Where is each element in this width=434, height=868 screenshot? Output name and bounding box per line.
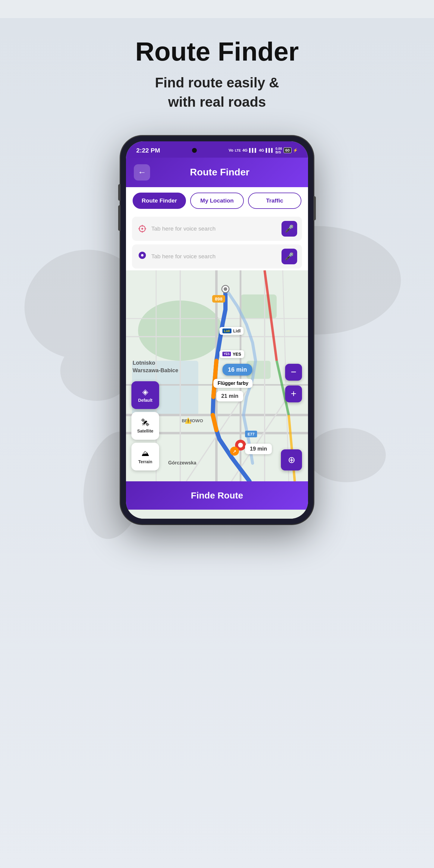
yes-icon: YES [222, 352, 231, 356]
app-header: ← Route Finder [126, 158, 308, 187]
time-badge-16min: 16 min [222, 364, 252, 375]
road-898-badge: 898 [212, 295, 225, 303]
power-button [313, 196, 316, 220]
svg-point-38 [224, 287, 227, 291]
default-map-label: Default [138, 398, 152, 403]
airport-label: LotniskoWarszawa-Babice [133, 359, 178, 374]
svg-text:E77: E77 [247, 432, 254, 436]
location-end-icon [137, 251, 148, 262]
status-icons: Vo LTE 4G ▌▌▌ 4G ▌▌▌ 0.00B/S 60 ⚡ [229, 147, 298, 154]
mic-button-2[interactable]: 🎤 [281, 249, 297, 264]
plus-icon: + [291, 388, 297, 399]
search-row-2[interactable]: Tab here for voice search 🎤 [132, 244, 302, 269]
phone-frame: 2:22 PM Vo LTE 4G ▌▌▌ 4G ▌▌▌ 0.00B/S 60 … [121, 136, 313, 524]
gorczewska-label: Górczewska [168, 460, 196, 466]
yes-label: YES [233, 352, 241, 356]
svg-text:↗: ↗ [233, 449, 236, 454]
time-badge-21min: 21 min [216, 391, 243, 401]
satellite-label: Satellite [137, 429, 153, 433]
lidl-icon: Lidl [222, 329, 231, 333]
mic-button-1[interactable]: 🎤 [281, 221, 297, 237]
yes-store-badge: YES YES [219, 350, 244, 358]
map-type-default[interactable]: ◈ Default [131, 381, 159, 409]
zoom-in-button[interactable]: + [285, 385, 302, 402]
default-map-icon: ◈ [142, 387, 148, 397]
tab-route-finder[interactable]: Route Finder [133, 193, 186, 209]
map-type-satellite[interactable]: 🛰 Satellite [131, 412, 159, 440]
svg-point-6 [307, 428, 386, 482]
volume-up-button [118, 184, 121, 201]
search-area: Tab here for voice search 🎤 [126, 214, 308, 270]
zoom-out-button[interactable]: − [285, 364, 302, 381]
tab-my-location[interactable]: My Location [190, 193, 244, 209]
flugger-store-badge: Flügger farby [213, 379, 253, 388]
camera-dot [192, 148, 197, 153]
warning-icon: ⚠️ [185, 417, 191, 424]
minus-icon: − [291, 367, 297, 378]
search-row-1[interactable]: Tab here for voice search 🎤 [132, 217, 302, 241]
status-time: 2:22 PM [136, 147, 160, 154]
back-arrow-icon: ← [138, 167, 146, 177]
find-route-button[interactable]: Finde Route [126, 481, 308, 510]
location-start-icon [137, 223, 148, 234]
page-subtitle: Find route easily &with real roads [112, 73, 322, 112]
svg-point-9 [141, 228, 143, 230]
map-area: ↗ E77 LotniskoWarszawa-Babice BEMOWO Gór… [126, 270, 308, 481]
tab-navigation: Route Finder My Location Traffic [126, 187, 308, 214]
time-badge-19min: 19 min [245, 444, 272, 454]
search-placeholder-1: Tab here for voice search [151, 225, 278, 232]
tab-traffic[interactable]: Traffic [248, 193, 301, 209]
lidl-store-badge: Lidl Lidl [219, 327, 244, 335]
volume-down-button [118, 205, 121, 231]
my-location-button[interactable]: ⊕ [281, 450, 302, 470]
bottom-map-strip [126, 510, 308, 519]
flugger-label: Flügger farby [218, 381, 248, 386]
search-placeholder-2: Tab here for voice search [151, 253, 278, 260]
microphone-icon-1: 🎤 [285, 224, 294, 233]
page-title: Route Finder [0, 18, 434, 67]
svg-point-15 [141, 254, 144, 256]
terrain-label: Terrain [138, 459, 152, 464]
microphone-icon-2: 🎤 [285, 252, 294, 261]
lidl-label: Lidl [233, 329, 241, 333]
crosshair-icon: ⊕ [288, 455, 296, 465]
header-title: Route Finder [156, 167, 284, 178]
map-type-terrain[interactable]: ⛰ Terrain [131, 443, 159, 470]
back-button[interactable]: ← [134, 164, 150, 181]
terrain-icon: ⛰ [141, 449, 149, 458]
satellite-icon: 🛰 [141, 418, 149, 427]
status-bar: 2:22 PM Vo LTE 4G ▌▌▌ 4G ▌▌▌ 0.00B/S 60 … [126, 141, 308, 158]
svg-point-40 [238, 443, 243, 447]
phone-screen: 2:22 PM Vo LTE 4G ▌▌▌ 4G ▌▌▌ 0.00B/S 60 … [126, 141, 308, 519]
